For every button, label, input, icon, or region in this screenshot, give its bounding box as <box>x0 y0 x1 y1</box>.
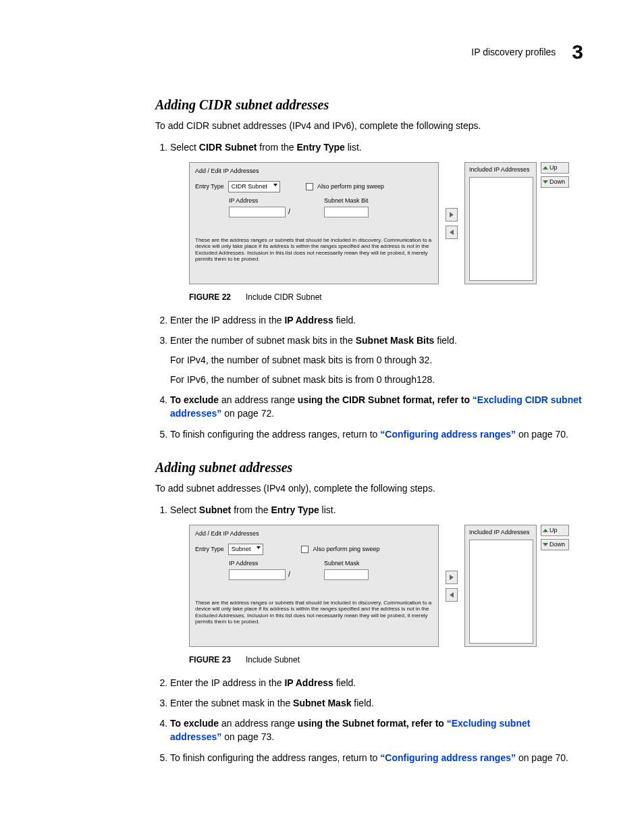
svg-marker-0 <box>450 212 454 217</box>
included-listbox[interactable] <box>469 177 533 281</box>
triangle-up-icon <box>543 529 548 532</box>
subnet-mask-input-2[interactable] <box>324 569 369 580</box>
ip-address-input-2[interactable] <box>229 569 286 580</box>
link-config-ranges-1[interactable]: “Configuring address ranges” <box>380 429 516 440</box>
move-right-button-2[interactable] <box>446 571 458 584</box>
section2-step3: Enter the subnet mask in the Subnet Mask… <box>170 696 583 710</box>
included-title-2: Included IP Addresses <box>469 528 532 537</box>
ip-address-input[interactable] <box>229 207 286 217</box>
triangle-up-icon <box>543 166 548 170</box>
section1-step2: Enter the IP address in the IP Address f… <box>170 313 583 327</box>
svg-marker-2 <box>450 575 454 580</box>
move-right-button[interactable] <box>446 208 458 221</box>
subnet-mask-label-2: Subnet Mask <box>324 559 369 568</box>
subnet-mask-bit-input[interactable] <box>324 207 369 217</box>
figure-23-caption: FIGURE 23 Include Subnet <box>189 652 583 666</box>
entry-type-select-2[interactable]: Subnet <box>228 544 264 555</box>
figure-22-dialog: Add / Edit IP Addresses Entry Type CIDR … <box>189 162 597 284</box>
subnet-mask-bit-label: Subnet Mask Bit <box>324 197 369 205</box>
panel-title: Add / Edit IP Addresses <box>195 167 433 176</box>
included-panel: Included IP Addresses <box>464 162 537 284</box>
move-down-button-2[interactable]: Down <box>541 539 569 550</box>
triangle-down-icon <box>543 543 548 546</box>
entry-type-label-2: Entry Type <box>195 545 224 554</box>
included-panel-2: Included IP Addresses <box>464 525 537 647</box>
figure-22-caption: FIGURE 22 Include CIDR Subnet <box>189 290 583 303</box>
transfer-buttons <box>446 162 458 284</box>
svg-marker-1 <box>450 230 454 235</box>
entry-type-select[interactable]: CIDR Subnet <box>228 181 280 192</box>
link-config-ranges-2[interactable]: “Configuring address ranges” <box>380 752 516 763</box>
add-edit-panel: Add / Edit IP Addresses Entry Type CIDR … <box>189 162 439 284</box>
section2-step5: To finish configuring the address ranges… <box>170 751 583 764</box>
section2-step4: To exclude an address range using the Su… <box>170 716 583 744</box>
included-title: Included IP Addresses <box>469 165 532 174</box>
section2-step1: Select Subnet from the Entry Type list. … <box>170 503 583 667</box>
chevron-down-icon <box>273 184 277 186</box>
section1-step3: Enter the number of subnet mask bits in … <box>170 334 583 386</box>
page-header: IP discovery profiles 3 <box>61 41 583 63</box>
ping-sweep-label: Also perform ping sweep <box>317 182 384 191</box>
chapter-number: 3 <box>572 41 583 63</box>
move-up-button-2[interactable]: Up <box>541 525 569 536</box>
ping-sweep-checkbox[interactable] <box>306 183 313 190</box>
panel-title-2: Add / Edit IP Addresses <box>195 529 433 538</box>
included-listbox-2[interactable] <box>469 540 533 644</box>
add-edit-panel-2: Add / Edit IP Addresses Entry Type Subne… <box>189 525 439 647</box>
move-left-button-2[interactable] <box>446 588 458 602</box>
section2-step2: Enter the IP address in the IP Address f… <box>170 676 583 689</box>
section1-step1: Select CIDR Subnet from the Entry Type l… <box>170 140 583 304</box>
ip-address-label: IP Address <box>229 197 290 205</box>
move-left-button[interactable] <box>446 226 458 239</box>
ping-sweep-checkbox-2[interactable] <box>301 546 308 553</box>
transfer-buttons-2 <box>446 525 458 647</box>
figure-23-dialog: Add / Edit IP Addresses Entry Type Subne… <box>189 525 597 647</box>
section1-intro: To add CIDR subnet addresses (IPv4 and I… <box>155 120 583 132</box>
section1-step5: To finish configuring the address ranges… <box>170 427 583 441</box>
section-heading-cidr: Adding CIDR subnet addresses <box>155 97 583 113</box>
triangle-down-icon <box>543 180 548 184</box>
ip-address-label-2: IP Address <box>229 559 290 568</box>
chevron-down-icon <box>257 546 261 549</box>
section2-intro: To add subnet addresses (IPv4 only), com… <box>155 482 583 495</box>
section-heading-subnet: Adding subnet addresses <box>155 460 583 475</box>
panel-description: These are the address ranges or subnets … <box>195 237 433 262</box>
header-title: IP discovery profiles <box>471 47 556 57</box>
move-down-button[interactable]: Down <box>541 176 569 188</box>
panel-description-2: These are the address ranges or subnets … <box>195 600 433 625</box>
slash-sep-2: / <box>288 569 290 581</box>
section1-step4: To exclude an address range using the CI… <box>170 393 583 421</box>
entry-type-label: Entry Type <box>195 182 224 191</box>
move-up-button[interactable]: Up <box>541 162 569 174</box>
ping-sweep-label-2: Also perform ping sweep <box>313 545 379 554</box>
slash-sep: / <box>288 207 290 218</box>
svg-marker-3 <box>450 592 454 598</box>
